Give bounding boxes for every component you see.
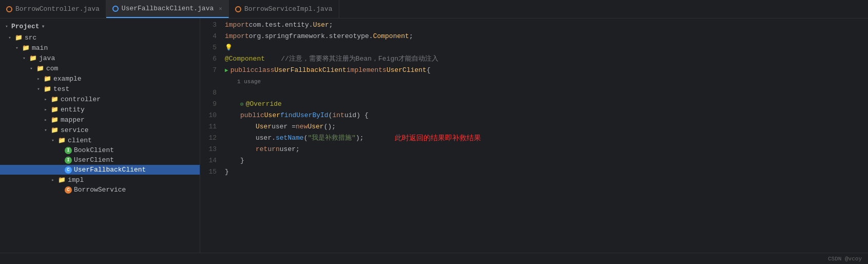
userclient-icon: I (65, 157, 72, 164)
classname-userfallback: UserFallbackClient (274, 65, 346, 76)
kw-implements: implements (346, 65, 387, 76)
code-line-6: @Component //注意，需要将其注册为Bean，Feign才能自动注入 (225, 53, 868, 65)
main-content: Project ▾ 📁 src 📁 main 📁 java 📁 com (0, 18, 868, 253)
kw-int: int (332, 110, 344, 121)
interface-userclient: UserClient (387, 65, 427, 76)
tree-item-main[interactable]: 📁 main (0, 43, 200, 53)
class-component: Component (373, 31, 409, 42)
bookclient-icon: I (65, 147, 72, 154)
code-line-9: ⊙ @Override (225, 99, 868, 110)
tree-item-client[interactable]: 📁 client (0, 135, 200, 145)
test-folder-icon: 📁 (43, 85, 51, 93)
tab-borrow-service-impl[interactable]: BorrowServiceImpl.java (229, 0, 339, 18)
kw-return: return (256, 144, 280, 155)
src-folder-icon: 📁 (14, 33, 23, 42)
bookclient-label: BookClient (74, 146, 114, 154)
annotation-component: @Component (225, 53, 265, 65)
code-line-usage: 1 usage (225, 76, 868, 87)
tree-item-impl[interactable]: 📁 impl (0, 175, 200, 185)
service-folder-icon: 📁 (50, 126, 59, 134)
tree-item-service[interactable]: 📁 service (0, 125, 200, 135)
tree-item-entity[interactable]: 📁 entity (0, 104, 200, 115)
client-label: client (68, 137, 92, 144)
tab-close-user-fallback[interactable]: ✕ (219, 5, 222, 12)
userclient-label: UserClient (74, 156, 114, 164)
tab-icon-borrow-controller (6, 6, 12, 12)
borrowservice-label: BorrowService (74, 186, 126, 194)
tab-borrow-controller[interactable]: BorrowController.java (0, 0, 106, 18)
import-path-3: com.test.entity. (249, 20, 313, 31)
tab-bar: BorrowController.java UserFallbackClient… (0, 0, 868, 18)
open-brace-7: { (427, 65, 431, 76)
code-line-5: 💡 (225, 42, 868, 53)
type-user-11: User (256, 121, 272, 133)
param-uid: uid) { (344, 110, 369, 121)
tree-item-borrowservice[interactable]: C BorrowService (0, 185, 200, 195)
close-brace-method: } (240, 155, 244, 166)
client-folder-icon: 📁 (57, 136, 66, 144)
userfallbackclient-label: UserFallbackClient (74, 166, 146, 174)
tree-item-com[interactable]: 📁 com (0, 63, 200, 73)
code-line-15: } (225, 166, 868, 178)
user-setname: user. (256, 133, 276, 144)
tree-item-java[interactable]: 📁 java (0, 53, 200, 63)
paren-close-setname: ); (356, 133, 364, 144)
kw-public-10: public (240, 110, 264, 121)
java-label: java (39, 54, 55, 62)
editor: 3 4 5 6 7 8 9 10 11 12 13 14 15 import c… (200, 18, 868, 253)
entity-label: entity (61, 106, 85, 114)
code-line-7: ▶ public class UserFallbackClient implem… (225, 65, 868, 76)
tree-item-userclient[interactable]: I UserClient (0, 155, 200, 165)
annotation-override: @Override (246, 99, 282, 110)
bulb-icon[interactable]: 💡 (225, 42, 233, 53)
controller-folder-icon: 📁 (50, 95, 59, 103)
return-type-user: User (264, 110, 280, 121)
method-setname: setName (276, 133, 304, 144)
spacer-6 (265, 53, 281, 65)
userfallbackclient-icon: C (65, 166, 72, 174)
code-line-10: public User findUserById ( int uid) { (225, 110, 868, 121)
kw-class-7: class (254, 65, 274, 76)
test-label: test (53, 85, 69, 93)
code-content[interactable]: import com.test.entity.User; import org.… (221, 18, 868, 253)
tree-item-userfallbackclient[interactable]: C UserFallbackClient (0, 165, 200, 175)
string-value: "我是补救措施" (307, 133, 356, 144)
code-line-12: user. setName ( "我是补救措施" ); 此时返回的结果即补救结果 (225, 133, 868, 144)
src-arrow (7, 35, 12, 40)
service-label: service (61, 126, 89, 134)
com-folder-icon: 📁 (36, 64, 44, 72)
parens-new: (); (324, 121, 336, 133)
main-arrow (14, 45, 20, 50)
project-dropdown-icon: ▾ (42, 23, 45, 30)
run-icon[interactable]: ▶ (225, 65, 228, 76)
tab-user-fallback[interactable]: UserFallbackClient.java ✕ (106, 0, 229, 18)
tree-item-mapper[interactable]: 📁 mapper (0, 115, 200, 125)
entity-folder-icon: 📁 (50, 105, 59, 114)
usage-hint: 1 usage (237, 76, 261, 87)
project-header[interactable]: Project ▾ (0, 21, 200, 32)
tree-item-bookclient[interactable]: I BookClient (0, 145, 200, 155)
kw-public-7: public (230, 65, 255, 76)
kw-import-3: import (225, 20, 249, 31)
comment-6: //注意，需要将其注册为Bean，Feign才能自动注入 (281, 53, 438, 65)
tree-item-src[interactable]: 📁 src (0, 32, 200, 43)
com-arrow (29, 66, 34, 71)
tree-item-controller[interactable]: 📁 controller (0, 94, 200, 104)
impl-label: impl (68, 176, 84, 184)
impl-folder-icon: 📁 (57, 176, 66, 184)
code-line-3: import com.test.entity.User; (225, 20, 868, 31)
return-user: user; (280, 144, 300, 155)
tree-item-test[interactable]: 📁 test (0, 84, 200, 94)
code-line-8 (225, 87, 868, 99)
service-arrow (43, 127, 48, 133)
controller-label: controller (61, 96, 101, 103)
paren-setname: ( (304, 133, 308, 144)
java-arrow (22, 55, 27, 61)
constructor-user: User (307, 121, 323, 133)
tree-item-example[interactable]: 📁 example (0, 73, 200, 84)
tab-icon-borrow-service-impl (235, 6, 241, 12)
code-area[interactable]: 3 4 5 6 7 8 9 10 11 12 13 14 15 import c… (200, 18, 868, 253)
method-find: findUserById (280, 110, 329, 121)
sidebar: Project ▾ 📁 src 📁 main 📁 java 📁 com (0, 18, 200, 253)
tab-label-borrow-service-impl: BorrowServiceImpl.java (244, 5, 333, 13)
